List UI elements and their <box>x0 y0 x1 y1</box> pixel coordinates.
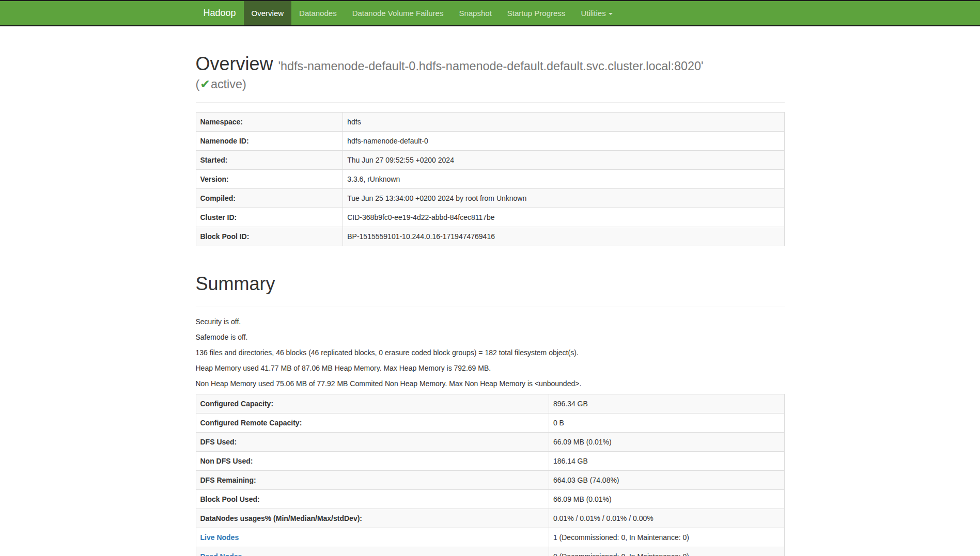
row-value: 0 (Decommissioned: 0, In Maintenance: 0) <box>549 547 784 556</box>
namenode-address: 'hdfs-namenode-default-0.hdfs-namenode-d… <box>196 59 785 92</box>
table-row: Started:Thu Jun 27 09:52:55 +0200 2024 <box>196 151 784 170</box>
nav-link-overview[interactable]: Overview <box>244 1 292 25</box>
row-label: Live Nodes <box>196 528 549 547</box>
row-label: Configured Capacity: <box>196 394 549 414</box>
dead-nodes-link[interactable]: Dead Nodes <box>200 552 242 556</box>
row-value: BP-1515559101-10.244.0.16-1719474769416 <box>343 227 784 246</box>
table-row: DFS Used:66.09 MB (0.01%) <box>196 433 784 452</box>
namenode-info-table: Namespace:hdfsNamenode ID:hdfs-namenode-… <box>196 112 785 246</box>
table-row: Namespace:hdfs <box>196 113 784 132</box>
cluster-metrics-table: Configured Capacity:896.34 GBConfigured … <box>196 394 785 556</box>
state-label: active) <box>211 77 246 91</box>
table-row: Block Pool ID:BP-1515559101-10.244.0.16-… <box>196 227 784 246</box>
table-row: Cluster ID:CID-368b9fc0-ee19-4d22-abbd-8… <box>196 208 784 227</box>
namenode-host: 'hdfs-namenode-default-0.hdfs-namenode-d… <box>278 59 704 73</box>
table-row: Compiled:Tue Jun 25 13:34:00 +0200 2024 … <box>196 189 784 208</box>
row-value: 896.34 GB <box>549 394 784 414</box>
table-row: Configured Remote Capacity:0 B <box>196 414 784 433</box>
row-label: Block Pool ID: <box>196 227 343 246</box>
row-value: 0.01% / 0.01% / 0.01% / 0.00% <box>549 509 784 528</box>
summary-text-block: Security is off.Safemode is off.136 file… <box>196 316 785 389</box>
overview-page-header: Overview 'hdfs-namenode-default-0.hdfs-n… <box>196 52 785 103</box>
navbar-menu: OverviewDatanodesDatanode Volume Failure… <box>244 1 620 25</box>
page-title: Overview 'hdfs-namenode-default-0.hdfs-n… <box>196 52 785 92</box>
namenode-state: (✔active) <box>196 76 785 92</box>
table-row: Version:3.3.6, rUnknown <box>196 170 784 189</box>
table-row: DFS Remaining:664.03 GB (74.08%) <box>196 471 784 490</box>
nav-item-utilities: Utilities <box>573 1 620 25</box>
summary-page-header: Summary <box>196 272 785 307</box>
table-row: Namenode ID:hdfs-namenode-default-0 <box>196 132 784 151</box>
row-label: Version: <box>196 170 343 189</box>
row-label: DFS Used: <box>196 433 549 452</box>
row-value: 66.09 MB (0.01%) <box>549 433 784 452</box>
nav-link-datanode-volume-failures[interactable]: Datanode Volume Failures <box>345 1 452 25</box>
row-value: 66.09 MB (0.01%) <box>549 490 784 509</box>
summary-title: Summary <box>196 272 785 296</box>
hadoop-brand[interactable]: Hadoop <box>196 1 244 25</box>
row-label: Configured Remote Capacity: <box>196 414 549 433</box>
page-title-text: Overview <box>196 53 273 74</box>
row-label: DFS Remaining: <box>196 471 549 490</box>
nav-item-datanodes: Datanodes <box>291 1 345 25</box>
row-label: Cluster ID: <box>196 208 343 227</box>
table-row: Configured Capacity:896.34 GB <box>196 394 784 414</box>
row-value: 1 (Decommissioned: 0, In Maintenance: 0) <box>549 528 784 547</box>
row-value: hdfs-namenode-default-0 <box>343 132 784 151</box>
nav-link-utilities[interactable]: Utilities <box>573 1 620 25</box>
row-value: Tue Jun 25 13:34:00 +0200 2024 by root f… <box>343 189 784 208</box>
row-value: 186.14 GB <box>549 452 784 471</box>
nav-item-startup-progress: Startup Progress <box>500 1 573 25</box>
table-row: Dead Nodes0 (Decommissioned: 0, In Maint… <box>196 547 784 556</box>
summary-line: 136 files and directories, 46 blocks (46… <box>196 347 785 358</box>
nav-item-snapshot: Snapshot <box>451 1 499 25</box>
row-label: Non DFS Used: <box>196 452 549 471</box>
table-row: Non DFS Used:186.14 GB <box>196 452 784 471</box>
summary-line: Non Heap Memory used 75.06 MB of 77.92 M… <box>196 378 785 389</box>
nav-link-datanodes[interactable]: Datanodes <box>291 1 345 25</box>
row-value: CID-368b9fc0-ee19-4d22-abbd-84fcec8117be <box>343 208 784 227</box>
nav-item-datanode-volume-failures: Datanode Volume Failures <box>345 1 452 25</box>
row-label: Dead Nodes <box>196 547 549 556</box>
table-row: Live Nodes1 (Decommissioned: 0, In Maint… <box>196 528 784 547</box>
summary-line: Security is off. <box>196 316 785 327</box>
table-row: DataNodes usages% (Min/Median/Max/stdDev… <box>196 509 784 528</box>
caret-down-icon <box>609 13 613 15</box>
top-navbar: Hadoop OverviewDatanodesDatanode Volume … <box>0 0 980 26</box>
row-label: Compiled: <box>196 189 343 208</box>
nav-link-snapshot[interactable]: Snapshot <box>451 1 499 25</box>
row-label: Started: <box>196 151 343 170</box>
live-nodes-link[interactable]: Live Nodes <box>200 533 239 542</box>
row-value: hdfs <box>343 113 784 132</box>
row-label: Namespace: <box>196 113 343 132</box>
row-value: 0 B <box>549 414 784 433</box>
row-value: 664.03 GB (74.08%) <box>549 471 784 490</box>
row-label: DataNodes usages% (Min/Median/Max/stdDev… <box>196 509 549 528</box>
nav-item-overview: Overview <box>244 1 292 25</box>
nav-link-startup-progress[interactable]: Startup Progress <box>500 1 573 25</box>
active-check-icon: ✔ <box>199 77 211 91</box>
table-row: Block Pool Used:66.09 MB (0.01%) <box>196 490 784 509</box>
summary-line: Heap Memory used 41.77 MB of 87.06 MB He… <box>196 363 785 373</box>
row-value: Thu Jun 27 09:52:55 +0200 2024 <box>343 151 784 170</box>
row-value: 3.3.6, rUnknown <box>343 170 784 189</box>
summary-line: Safemode is off. <box>196 332 785 342</box>
row-label: Block Pool Used: <box>196 490 549 509</box>
row-label: Namenode ID: <box>196 132 343 151</box>
